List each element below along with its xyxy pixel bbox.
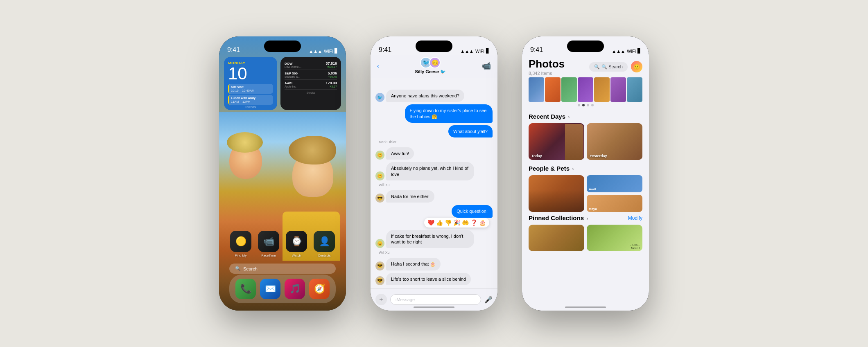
status-icons-phone3: ▲▲▲ WiFi ▊	[612, 48, 641, 54]
status-time-phone2: 9:41	[379, 46, 391, 54]
stock-item-dow: DOW Dow Jones I... 37,816 +570.17	[285, 60, 337, 70]
back-button[interactable]: ‹	[377, 63, 379, 69]
calendar-label: Calendar	[224, 106, 277, 108]
msg-row-will-2: 😎 Haha I second that 🎂	[375, 258, 493, 270]
react-party[interactable]: 🎉	[453, 219, 460, 226]
dynamic-island-3	[567, 41, 604, 52]
react-hands[interactable]: 🤲	[462, 219, 469, 226]
people-photo-maya[interactable]: Maya	[587, 195, 642, 212]
widget-calendar[interactable]: MONDAY 10 Site visit 10:15 – 10:45AM Lun…	[224, 57, 277, 110]
dock-music[interactable]: 🎵	[285, 279, 305, 299]
contacts-icon: 👤	[314, 231, 335, 252]
reaction-row[interactable]: ❤️ 👍 👎 🎉 🤲 ❓ 🎂	[424, 218, 489, 228]
react-thumbsdown[interactable]: 👎	[445, 219, 452, 226]
photos-search-button[interactable]: 🔍 🔍 Search	[589, 62, 628, 72]
person-name-amit: Amit	[589, 187, 596, 191]
strip-photo-4	[578, 77, 593, 102]
calendar-event-2: Lunch with Andy 11AM – 12PM	[228, 95, 273, 105]
msg-bubble-2: Flying down to my sister's place to see …	[405, 104, 493, 123]
dot-4	[591, 104, 594, 106]
messages-header: ‹ 🐦 😊 Silly Geese 🐦 📹	[371, 55, 497, 78]
yesterday-label: Yesterday	[590, 154, 607, 158]
dock-safari[interactable]: 🧭	[309, 279, 330, 299]
dock-mail[interactable]: ✉️	[260, 279, 280, 299]
widget-stocks[interactable]: DOW Dow Jones I... 37,816 +570.17 S&P 50…	[280, 57, 341, 110]
today-label: Today	[531, 154, 542, 158]
strip-photo-6	[610, 77, 626, 102]
messages-body[interactable]: 🐦 Anyone have plans this weekend? Flying…	[371, 86, 497, 288]
app-dock: 📞 ✉️ 🎵 🧭	[229, 275, 336, 303]
pinned-collections-header: Pinned Collections › Modify	[529, 214, 642, 221]
quick-question-group: Quick question: ❤️ 👍 👎 🎉 🤲 ❓ 🎂	[375, 205, 493, 227]
react-thumbsup[interactable]: 👍	[436, 219, 443, 226]
photos-controls: 🔍 🔍 Search 🙂	[589, 61, 642, 72]
photos-user-avatar[interactable]: 🙂	[631, 61, 642, 72]
group-avatars: 🐦 😊	[415, 57, 446, 68]
wifi-icon-2: WiFi	[475, 49, 484, 54]
stock-name-sp500: S&P 500	[285, 72, 300, 75]
stock-item-aapl: AAPL Apple Inc. 170.33 +3.17	[285, 80, 337, 90]
facetime-button[interactable]: 📹	[482, 61, 491, 70]
app-findmy[interactable]: 🟡 Find My	[229, 231, 252, 257]
search-bar[interactable]: 🔍 Search	[229, 264, 336, 274]
facetime-icon: 📹	[258, 231, 279, 252]
calendar-event-1: Site visit 10:15 – 10:45AM	[228, 84, 273, 94]
pinned-title[interactable]: Pinned Collections ›	[529, 214, 588, 221]
modify-button[interactable]: Modify	[628, 215, 642, 221]
dock-phone[interactable]: 📞	[235, 279, 256, 299]
mic-button[interactable]: 🎤	[484, 296, 493, 304]
stocks-label: Stocks	[285, 91, 337, 94]
stock-price-dow: 37,816	[326, 61, 337, 65]
search-placeholder: Search	[243, 266, 258, 271]
msg-row-will-3: 😎 Life's too short to leave a slice behi…	[375, 273, 493, 285]
msg-bubble-1: Anyone have plans this weekend?	[386, 90, 464, 102]
react-question[interactable]: ❓	[470, 219, 477, 226]
photo-card-yesterday[interactable]: Yesterday	[587, 123, 642, 160]
photo-card-today[interactable]: Today	[529, 123, 584, 160]
person-name-maya: Maya	[589, 207, 597, 211]
pinned-sublabel-2: • Gha...	[631, 243, 640, 246]
msg-bubble-will-2: Haha I second that 🎂	[386, 258, 441, 270]
add-button[interactable]: +	[375, 294, 387, 305]
photos-title: Photos	[529, 58, 565, 70]
sender-mark: Mark Disler	[379, 140, 493, 144]
photos-count: 8,342 Items	[529, 71, 565, 76]
msg-row-mark-2: 😊 Absolutely no plans yet, which I kind …	[375, 162, 493, 180]
people-photo-amit[interactable]: Amit	[587, 175, 642, 192]
msg-bubble-will-3: Life's too short to leave a slice behind	[386, 273, 471, 285]
dot-2	[582, 104, 585, 106]
people-pets-title[interactable]: People & Pets ›	[529, 165, 574, 172]
pinned-photo-2[interactable]: Meerut • Gha...	[587, 225, 642, 251]
dot-3	[587, 104, 589, 106]
dot-1	[578, 104, 580, 106]
wifi-icon: WiFi	[324, 49, 333, 54]
react-heart[interactable]: ❤️	[427, 219, 434, 226]
recent-days-title[interactable]: Recent Days ›	[529, 113, 570, 120]
photos-body[interactable]: Recent Days › Today Yesterday Peopl	[522, 108, 649, 311]
status-time-phone3: 9:41	[530, 46, 543, 54]
watch-label: Watch	[292, 254, 301, 257]
pinned-photo-1[interactable]	[529, 225, 584, 251]
app-contacts[interactable]: 👤 Contacts	[313, 231, 336, 257]
strip-photo-2	[545, 77, 561, 102]
recent-days-header: Recent Days ›	[529, 113, 642, 120]
stock-item-sp500: S&P 500 Standard &... 5,036 +80.48	[285, 70, 337, 80]
stock-price-sp500: 5,036	[328, 71, 337, 75]
msg-bubble-cake: If cake for breakfast is wrong, I don't …	[386, 230, 474, 248]
facetime-label: FaceTime	[261, 254, 276, 257]
photos-header: Photos 8,342 Items 🔍 🔍 Search 🙂	[522, 54, 649, 111]
msg-avatar-will-3: 😎	[375, 276, 384, 285]
app-watch[interactable]: ⌚ Watch	[285, 231, 308, 257]
react-cake[interactable]: 🎂	[479, 219, 486, 226]
app-facetime[interactable]: 📹 FaceTime	[257, 231, 280, 257]
stock-price-aapl: 170.33	[326, 81, 337, 85]
imessage-input[interactable]: iMessage	[390, 294, 481, 305]
msg-avatar-will: 😎	[375, 194, 384, 203]
people-crowd-photo[interactable]	[529, 175, 584, 212]
app-grid: 🟡 Find My 📹 FaceTime ⌚ Watch 👤 Contacts	[219, 231, 346, 257]
stock-change-sp500: +80.48	[328, 75, 337, 78]
calendar-date: 10	[228, 65, 273, 82]
home-indicator	[414, 306, 454, 308]
msg-bubble-will-1: Nada for me either!	[386, 190, 434, 203]
strip-photo-5	[594, 77, 610, 102]
